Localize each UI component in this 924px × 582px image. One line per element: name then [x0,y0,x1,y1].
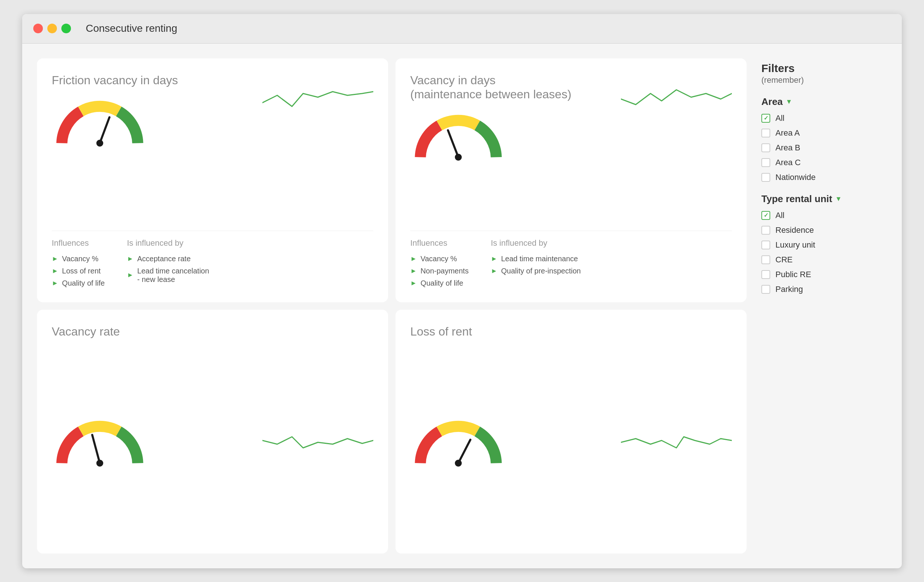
sparkline-3 [262,418,373,470]
type-dropdown-arrow: ▼ [835,195,842,203]
type-luxury-checkbox[interactable] [761,241,770,249]
area-all-label: All [776,114,784,123]
svg-line-2 [448,130,458,157]
influenced-by-title-1: Is influenced by [127,238,209,248]
arrow-icon: ► [410,255,417,263]
gauge-2 [410,112,507,164]
type-filter-residence[interactable]: Residence [761,226,887,235]
arrow-icon: ► [52,279,58,287]
card-left-2: Vacancy in days(maintenance between leas… [410,73,571,165]
influences-title-1: Influences [52,238,105,248]
area-label-text: Area [761,96,783,107]
influence-item: ► Acceptance rate [127,255,209,263]
arrow-icon: ► [127,255,134,263]
card-divider-2 [410,231,732,231]
area-filter-section: Area ▼ ✓ All Area A Area B [761,96,887,182]
influenced-by-col-1: Is influenced by ► Acceptance rate ► Lea… [127,238,209,287]
area-b-label: Area B [776,143,800,153]
check-icon: ✓ [764,115,768,122]
filters-title: Filters [761,62,887,75]
type-cre-checkbox[interactable] [761,256,770,264]
influences-col-1: Influences ► Vacancy % ► Loss of rent ► [52,238,105,287]
area-filter-label[interactable]: Area ▼ [761,96,887,107]
type-all-checkbox[interactable]: ✓ [761,211,770,220]
influence-text: Quality of life [62,279,105,287]
friction-vacancy-card: Friction vacancy in days [37,58,388,302]
card-top-2: Vacancy in days(maintenance between leas… [410,73,732,223]
type-parking-checkbox[interactable] [761,285,770,294]
type-filter-luxury[interactable]: Luxury unit [761,240,887,250]
influence-text: Non-payments [421,267,469,275]
area-filter-nationwide[interactable]: Nationwide [761,173,887,182]
vacancy-days-title: Vacancy in days(maintenance between leas… [410,73,571,102]
svg-point-3 [455,154,462,161]
minimize-button[interactable] [47,24,57,33]
area-nationwide-checkbox[interactable] [761,173,770,182]
vacancy-rate-card: Vacancy rate [37,310,388,554]
arrow-icon: ► [491,255,497,263]
vacancy-days-card: Vacancy in days(maintenance between leas… [396,58,747,302]
type-luxury-label: Luxury unit [776,240,815,250]
sidebar-filters: Filters (remember) Area ▼ ✓ All Area A [761,58,887,554]
sparkline-2 [621,73,732,125]
area-filter-c[interactable]: Area C [761,158,887,167]
arrow-icon: ► [52,267,58,275]
arrow-icon: ► [410,267,417,275]
influence-item: ► Quality of pre-inspection [491,267,581,275]
arrow-icon: ► [52,255,58,263]
gauge-1 [52,98,148,150]
influence-item: ► Vacancy % [52,255,105,263]
fullscreen-button[interactable] [61,24,71,33]
area-dropdown-arrow: ▼ [786,98,792,106]
type-filter-cre[interactable]: CRE [761,255,887,265]
main-window: Consecutive renting Friction vacancy in … [22,14,902,568]
influence-text: Lead time cancelation- new lease [137,267,209,284]
area-filter-all[interactable]: ✓ All [761,114,887,123]
svg-line-4 [92,435,100,463]
influence-item: ► Lead time maintenance [491,255,581,263]
type-residence-checkbox[interactable] [761,226,770,235]
area-c-checkbox[interactable] [761,158,770,167]
type-filter-label[interactable]: Type rental unit ▼ [761,193,887,205]
type-filter-all[interactable]: ✓ All [761,211,887,220]
svg-point-1 [96,140,104,147]
type-residence-label: Residence [776,226,814,235]
influences-col-2: Influences ► Vacancy % ► Non-payments ► [410,238,469,287]
type-all-label: All [776,211,784,220]
area-b-checkbox[interactable] [761,143,770,152]
card-top-1: Friction vacancy in days [52,73,373,223]
area-filter-a[interactable]: Area A [761,128,887,138]
gauge-4 [410,418,507,470]
influence-item: ► Vacancy % [410,255,469,263]
type-label-text: Type rental unit [761,193,832,205]
dashboard-area: Friction vacancy in days [37,58,747,554]
check-icon: ✓ [764,212,768,219]
loss-of-rent-title: Loss of rent [410,325,732,338]
influence-text: Quality of pre-inspection [501,267,581,275]
influence-item: ► Lead time cancelation- new lease [127,267,209,284]
card-divider-1 [52,231,373,231]
area-all-checkbox[interactable]: ✓ [761,114,770,123]
influence-text: Vacancy % [421,255,457,263]
type-public-re-checkbox[interactable] [761,270,770,279]
area-c-label: Area C [776,158,800,167]
type-parking-label: Parking [776,285,803,294]
type-filter-parking[interactable]: Parking [761,285,887,294]
content-area: Friction vacancy in days [22,44,902,568]
arrow-icon: ► [410,279,417,287]
loss-of-rent-card: Loss of rent [396,310,747,554]
close-button[interactable] [33,24,43,33]
influences-row-1: Influences ► Vacancy % ► Loss of rent ► [52,238,373,287]
window-title: Consecutive renting [86,23,177,35]
area-filter-b[interactable]: Area B [761,143,887,153]
titlebar: Consecutive renting [22,14,902,44]
influenced-by-title-2: Is influenced by [491,238,581,248]
influence-text: Vacancy % [62,255,99,263]
influence-item: ► Loss of rent [52,267,105,275]
influence-text: Quality of life [421,279,464,287]
influence-text: Loss of rent [62,267,101,275]
area-a-checkbox[interactable] [761,129,770,137]
area-a-label: Area A [776,128,800,138]
influence-item: ► Quality of life [52,279,105,287]
type-filter-public-re[interactable]: Public RE [761,270,887,279]
